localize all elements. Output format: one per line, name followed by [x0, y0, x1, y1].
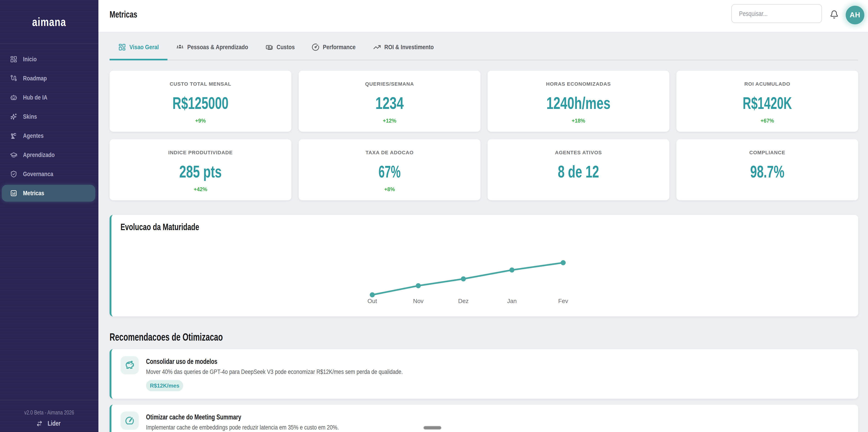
svg-text:1234: 1234 — [375, 94, 404, 113]
svg-text:8 de 12: 8 de 12 — [558, 162, 599, 181]
svg-text:Dez: Dez — [458, 298, 469, 304]
svg-text:R$1420K: R$1420K — [743, 94, 792, 113]
svg-text:Nov: Nov — [413, 298, 424, 304]
svg-text:285 pts: 285 pts — [179, 162, 222, 181]
svg-text:Jan: Jan — [507, 298, 517, 304]
svg-text:R$125000: R$125000 — [173, 94, 228, 113]
svg-text:Out: Out — [368, 298, 377, 304]
svg-text:1240h/mes: 1240h/mes — [547, 94, 611, 113]
svg-text:67%: 67% — [379, 162, 401, 181]
svg-text:Fev: Fev — [558, 298, 568, 304]
svg-text:98.7%: 98.7% — [750, 162, 784, 181]
